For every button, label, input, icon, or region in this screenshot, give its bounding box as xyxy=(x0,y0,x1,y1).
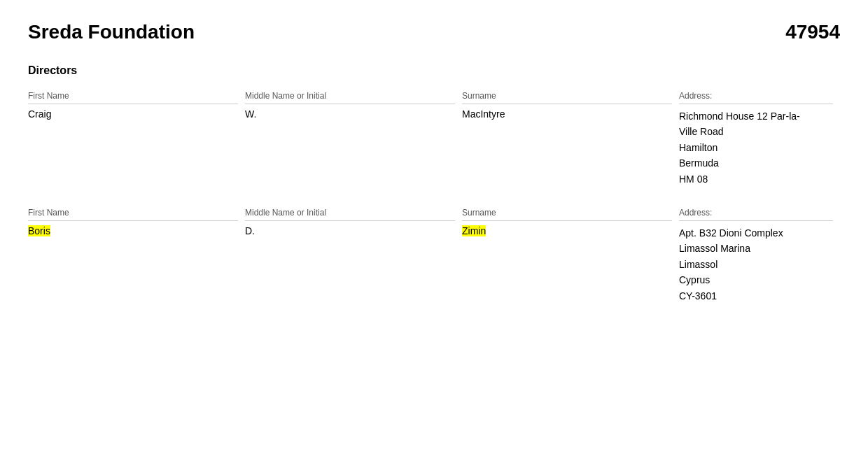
org-number: 47954 xyxy=(785,21,840,43)
first-name-label-1: First Name xyxy=(28,91,238,104)
surname-label-1: Surname xyxy=(462,91,672,104)
address-label-1: Address: xyxy=(679,91,833,104)
address-value-1: Richmond House 12 Par-la-Ville RoadHamil… xyxy=(679,108,840,187)
middle-name-value-1: W. xyxy=(245,108,455,187)
address-value-2: Apt. B32 Dioni ComplexLimassol MarinaLim… xyxy=(679,225,840,304)
first-name-value-2: Boris xyxy=(28,225,238,304)
surname-highlight-2: Zimin xyxy=(462,225,486,236)
middle-name-value-2: D. xyxy=(245,225,455,304)
director-2-label-row: First Name Middle Name or Initial Surnam… xyxy=(28,208,840,221)
address-label-2: Address: xyxy=(679,208,833,221)
director-1-label-row: First Name Middle Name or Initial Surnam… xyxy=(28,91,840,104)
director-2-value-row: Boris D. Zimin Apt. B32 Dioni ComplexLim… xyxy=(28,225,840,304)
directors-section: Directors First Name Middle Name or Init… xyxy=(28,64,840,304)
director-record-2: First Name Middle Name or Initial Surnam… xyxy=(28,208,840,304)
first-name-highlight-2: Boris xyxy=(28,225,50,236)
director-1-value-row: Craig W. MacIntyre Richmond House 12 Par… xyxy=(28,108,840,187)
first-name-label-2: First Name xyxy=(28,208,238,221)
director-record-1: First Name Middle Name or Initial Surnam… xyxy=(28,91,840,187)
org-title: Sreda Foundation xyxy=(28,21,195,43)
middle-name-label-1: Middle Name or Initial xyxy=(245,91,455,104)
page-header: Sreda Foundation 47954 xyxy=(28,21,840,43)
section-title: Directors xyxy=(28,64,840,77)
first-name-value-1: Craig xyxy=(28,108,238,187)
surname-value-1: MacIntyre xyxy=(462,108,672,187)
middle-name-label-2: Middle Name or Initial xyxy=(245,208,455,221)
surname-label-2: Surname xyxy=(462,208,672,221)
surname-value-2: Zimin xyxy=(462,225,672,304)
